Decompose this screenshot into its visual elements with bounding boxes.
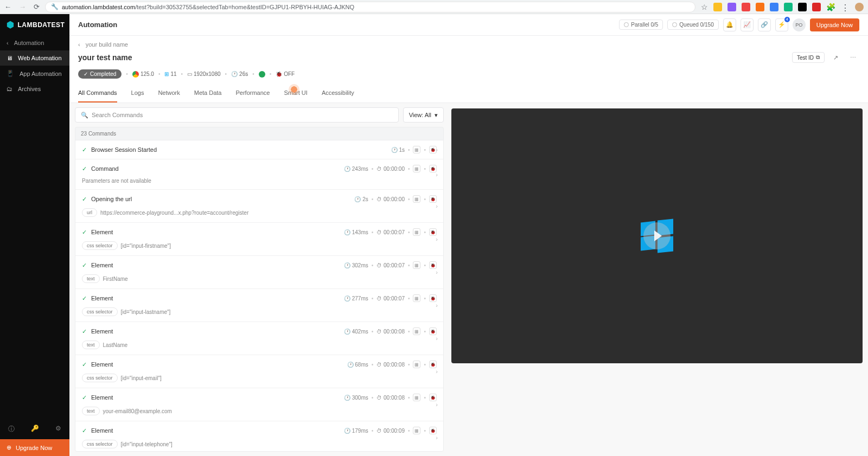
debug-meta: 🐞OFF (276, 71, 295, 77)
bug-icon[interactable]: 🐞 (429, 228, 437, 236)
command-detail: textLastName (82, 341, 437, 349)
sidebar-item-app-automation[interactable]: 📱 App Automation (0, 66, 69, 81)
back-icon[interactable]: ← (4, 3, 11, 11)
browser-toolbar: ← → ⟳ 🔧 automation.lambdatest.com/test?b… (0, 0, 868, 14)
reload-icon[interactable]: ⟳ (34, 3, 40, 11)
sidebar-upgrade-button[interactable]: ⊕ Upgrade Now (0, 439, 69, 456)
upgrade-button[interactable]: Upgrade Now (810, 18, 859, 31)
ext-icon[interactable] (784, 3, 793, 11)
command-row[interactable]: ✓ Element 🕐 300ms•⏱ 00:00:08•▦•🐞 textyou… (75, 388, 443, 421)
ext-icon[interactable] (742, 3, 750, 11)
chevron-right-icon[interactable]: › (436, 302, 438, 309)
screenshot-icon[interactable]: ▦ (413, 327, 420, 335)
screenshot-icon[interactable]: ▦ (413, 195, 420, 203)
queued-pill[interactable]: Queued 0/150 (667, 20, 718, 30)
chevron-right-icon[interactable]: › (436, 335, 438, 342)
user-avatar[interactable]: PO (793, 18, 806, 31)
sidebar-back[interactable]: ‹ Automation (0, 35, 69, 50)
breadcrumb[interactable]: your build name (86, 41, 128, 48)
ext-icon[interactable] (713, 3, 722, 11)
sidebar-item-archives[interactable]: 🗂 Archives (0, 81, 69, 97)
view-dropdown[interactable]: View: All ▾ (403, 107, 444, 123)
screenshot-icon[interactable]: ▦ (413, 361, 420, 368)
chevron-right-icon[interactable]: › (436, 269, 438, 275)
screenshot-icon[interactable]: ▦ (413, 165, 420, 172)
command-row[interactable]: ✓ Element 🕐 179ms•⏱ 00:00:09•▦•🐞 css sel… (75, 421, 443, 452)
ext-icon[interactable] (798, 3, 807, 11)
extensions-icon[interactable]: 🧩 (826, 3, 835, 11)
duration: 🕐 2s (354, 196, 368, 202)
selector-type: css selector (82, 241, 118, 250)
command-row[interactable]: ✓ Element 🕐 68ms•⏱ 00:00:08•▦•🐞 css sele… (75, 355, 443, 388)
screenshot-icon[interactable]: ▦ (413, 294, 420, 302)
share-icon[interactable]: ↗ (829, 51, 842, 64)
ext-icon[interactable] (770, 3, 778, 11)
tab-meta-data[interactable]: Meta Data (194, 85, 222, 102)
site-info-icon[interactable]: 🔧 (51, 3, 59, 10)
tab-performance[interactable]: Performance (235, 85, 270, 102)
play-button[interactable] (643, 222, 671, 249)
chevron-right-icon[interactable]: › (436, 368, 438, 375)
link-icon[interactable]: 🔗 (758, 18, 771, 31)
bug-icon[interactable]: 🐞 (429, 261, 437, 269)
command-row[interactable]: ✓ Opening the url 🕐 2s•⏱ 00:00:00•▦•🐞 ur… (75, 190, 443, 223)
help-icon[interactable]: ⓘ (8, 425, 15, 434)
test-id-button[interactable]: Test ID⧉ (792, 52, 825, 63)
more-icon[interactable]: ⋯ (846, 51, 859, 64)
bug-icon[interactable]: 🐞 (429, 427, 437, 434)
bug-icon[interactable]: 🐞 (429, 294, 437, 302)
tab-logs[interactable]: Logs (131, 85, 144, 102)
bug-icon[interactable]: 🐞 (429, 327, 437, 335)
command-row[interactable]: ✓ Element 🕐 143ms•⏱ 00:00:07•▦•🐞 css sel… (75, 223, 443, 256)
integration-icon[interactable]: ⚡4 (775, 18, 788, 31)
command-row[interactable]: ✓ Element 🕐 277ms•⏱ 00:00:07•▦•🐞 css sel… (75, 289, 443, 322)
overflow-icon[interactable]: ⋮ (841, 3, 850, 11)
breadcrumb-back-icon[interactable]: ‹ (78, 41, 80, 48)
chevron-right-icon[interactable]: › (436, 434, 438, 441)
settings-icon[interactable]: ⚙ (55, 425, 61, 434)
screenshot-icon[interactable]: ▦ (413, 394, 420, 401)
resolution-meta: ▭1920x1080 (187, 71, 221, 77)
tab-network[interactable]: Network (158, 85, 180, 102)
profile-avatar[interactable] (855, 3, 864, 11)
command-row[interactable]: ✓ Element 🕐 402ms•⏱ 00:00:08•▦•🐞 textLas… (75, 322, 443, 355)
notification-icon[interactable]: 🔔 (723, 18, 736, 31)
ext-icon[interactable] (727, 3, 736, 11)
screenshot-icon[interactable]: ▦ (413, 261, 420, 269)
parallel-pill[interactable]: Parallel 0/5 (619, 20, 663, 30)
ext-icon[interactable] (756, 3, 764, 11)
screenshot-icon[interactable]: ▦ (413, 228, 420, 236)
test-meta: ✓Completed • 125.0 • ⊞11 • ▭1920x1080 • … (78, 69, 859, 79)
screenshot-icon[interactable]: ▦ (413, 427, 420, 434)
chevron-right-icon[interactable]: › (436, 203, 438, 209)
search-input[interactable]: 🔍 Search Commands (75, 107, 399, 123)
address-bar[interactable]: 🔧 automation.lambdatest.com/test?build=3… (45, 2, 695, 12)
sidebar-item-web-automation[interactable]: 🖥 Web Automation (0, 50, 69, 66)
chevron-right-icon[interactable]: › (436, 171, 438, 178)
ext-icon[interactable] (812, 3, 821, 11)
screenshot-icon[interactable]: ▦ (413, 146, 420, 153)
check-icon: ✓ (82, 361, 87, 368)
logo[interactable]: ⬢ LAMBDATEST (0, 14, 69, 35)
command-list[interactable]: ✓ Browser Session Started 🕐 1s•▦•🐞 › ✓ C… (75, 140, 444, 452)
tab-accessibility[interactable]: Accessibility (322, 85, 354, 102)
tab-all-commands[interactable]: All Commands (78, 85, 117, 102)
bookmark-icon[interactable]: ☆ (701, 3, 708, 11)
key-icon[interactable]: 🔑 (31, 425, 39, 434)
duration: 🕐 402ms (344, 329, 368, 335)
chevron-right-icon[interactable]: › (436, 236, 438, 242)
forward-icon[interactable]: → (19, 3, 26, 11)
command-row[interactable]: ✓ Browser Session Started 🕐 1s•▦•🐞 › (75, 140, 443, 159)
command-row[interactable]: ✓ Element 🕐 302ms•⏱ 00:00:07•▦•🐞 textFir… (75, 256, 443, 289)
duration: 🕐 179ms (344, 428, 368, 434)
bug-icon[interactable]: 🐞 (429, 361, 437, 368)
bug-icon[interactable]: 🐞 (429, 195, 437, 203)
command-row[interactable]: ✓ Command 🕐 243ms•⏱ 00:00:00•▦•🐞 Paramet… (75, 159, 443, 190)
video-player[interactable] (451, 108, 863, 363)
analytics-icon[interactable]: 📈 (741, 18, 754, 31)
bug-icon[interactable]: 🐞 (429, 394, 437, 401)
check-icon: ✓ (82, 427, 87, 434)
chevron-right-icon[interactable]: › (436, 401, 438, 408)
command-count: 23 Commands (75, 127, 444, 140)
chevron-right-icon[interactable]: › (436, 146, 438, 153)
